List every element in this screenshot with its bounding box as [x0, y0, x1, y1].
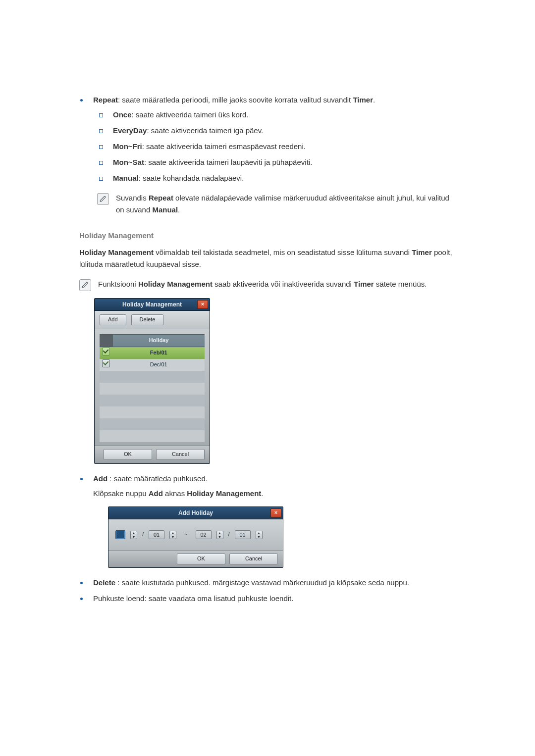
repeat-intro-timer: Timer [353, 96, 373, 104]
repeat-note-text: Suvandis Repeat olevate nädalapäevade va… [116, 192, 456, 216]
from-day-field[interactable]: 01 [149, 530, 164, 539]
delete-bullet-desc: : saate kustutada puhkused. märgistage v… [115, 578, 409, 587]
monsat-label: Mon~Sat [113, 158, 144, 166]
list-bullet: Puhkuste loend: saate vaadata oma lisatu… [79, 593, 456, 605]
add-bullet-desc: : saate määratleda puhkused. [107, 474, 208, 483]
table-row [100, 395, 205, 406]
repeat-sub-once: Once: saate aktiveerida taimeri üks kord… [97, 109, 456, 121]
hm-footer: OK Cancel [95, 445, 210, 463]
dialog-titlebar: Add Holiday × [108, 507, 283, 519]
once-desc: : saate aktiveerida taimeri üks kord. [132, 110, 249, 119]
repeat-intro-1: : saate määratleda perioodi, mille jaoks… [118, 96, 353, 104]
monfri-label: Mon~Fri [113, 142, 142, 151]
everyday-desc: : saate aktiveerida taimeri iga päev. [147, 126, 263, 135]
to-month-field[interactable]: 02 [196, 530, 212, 539]
hm-para-mid: võimaldab teil takistada seadmetel, mis … [154, 248, 412, 256]
add-bullet: Add : saate määratleda puhkused. Klõpsak… [79, 473, 456, 568]
delete-button[interactable]: Delete [131, 314, 164, 325]
hm-note-mid: saab aktiveerida või inaktiveerida suvan… [213, 280, 354, 288]
delete-bullet-label: Delete [93, 578, 115, 587]
checkbox-header[interactable] [100, 335, 113, 347]
add-line2-tail: . [261, 489, 263, 498]
hm-note-tail: sätete menüüs. [374, 280, 427, 288]
dialog-titlebar: Holiday Management × [95, 299, 210, 311]
to-day-stepper[interactable]: ▲▼ [256, 531, 263, 539]
holiday-header: Holiday [113, 335, 205, 347]
table-row [100, 383, 205, 395]
repeat-sub-everyday: EveryDay: saate aktiveerida taimeri iga … [97, 125, 456, 137]
everyday-label: EveryDay [113, 126, 147, 135]
ok-button[interactable]: OK [177, 554, 225, 564]
table-row [100, 430, 205, 442]
holiday-table: Holiday Feb/01 Dec/01 [100, 334, 205, 442]
pencil-icon [79, 279, 91, 291]
repeat-note-b2: Manual [152, 205, 178, 214]
add-line2-pre: Klõpsake nuppu [93, 489, 149, 498]
list-bullet-text: Puhkuste loend: saate vaadata oma lisatu… [93, 593, 456, 605]
close-icon[interactable]: × [197, 300, 208, 309]
repeat-label: Repeat [93, 96, 118, 104]
repeat-sub-monsat: Mon~Sat: saate aktiveerida taimeri laupä… [97, 156, 456, 168]
hm-note-b2: Timer [354, 280, 374, 288]
to-month-stepper[interactable]: ▲▼ [216, 531, 223, 539]
hm-note: Funktsiooni Holiday Management saab akti… [79, 278, 456, 291]
dialog-title: Add Holiday [166, 507, 225, 519]
repeat-note-tail: . [178, 205, 180, 214]
ah-body: ▲▼ / 01 ▲▼ ~ 02 ▲▼ / 01 ▲▼ [108, 519, 283, 550]
repeat-item: Repeat: saate määratleda perioodi, mille… [79, 94, 456, 216]
repeat-sub-monfri: Mon~Fri: saate aktiveerida taimeri esmas… [97, 141, 456, 152]
hm-note-b1: Holiday Management [138, 280, 213, 288]
hm-para-b1: Holiday Management [79, 248, 154, 256]
holiday-management-dialog: Holiday Management × Add Delete Holiday … [94, 298, 210, 464]
add-button[interactable]: Add [100, 314, 126, 325]
cancel-button[interactable]: Cancel [156, 449, 205, 460]
range-tilde: ~ [181, 530, 190, 539]
repeat-intro-tail: . [373, 96, 375, 104]
table-row[interactable]: Dec/01 [100, 359, 205, 371]
delete-bullet: Delete : saate kustutada puhkused. märgi… [79, 577, 456, 589]
hm-heading: Holiday Management [79, 230, 456, 242]
hm-body: Holiday Feb/01 Dec/01 [95, 329, 210, 445]
add-line2-b2: Holiday Management [187, 489, 261, 498]
calendar-icon[interactable] [115, 530, 125, 539]
row-checkbox[interactable] [102, 359, 110, 367]
close-icon[interactable]: × [270, 508, 281, 517]
holiday-cell: Feb/01 [113, 347, 205, 359]
holiday-cell: Dec/01 [113, 359, 205, 371]
add-line2-b1: Add [149, 489, 163, 498]
repeat-note-pre: Suvandis [116, 194, 149, 202]
row-checkbox[interactable] [102, 348, 110, 355]
dialog-title: Holiday Management [110, 299, 194, 310]
add-line2-mid: aknas [163, 489, 187, 498]
from-month-stepper[interactable]: ▲▼ [130, 531, 137, 539]
from-day-stepper[interactable]: ▲▼ [169, 531, 176, 539]
slash: / [142, 530, 144, 539]
hm-para-b2: Timer [412, 248, 432, 256]
repeat-note-b1: Repeat [149, 194, 173, 202]
manual-label: Manual [113, 174, 139, 182]
table-row [100, 418, 205, 430]
hm-note-text: Funktsiooni Holiday Management saab akti… [98, 278, 456, 291]
table-row [100, 406, 205, 418]
monsat-desc: : saate aktiveerida taimeri laupäeviti j… [144, 158, 312, 166]
to-day-field[interactable]: 01 [235, 530, 251, 539]
once-label: Once [113, 110, 132, 119]
ah-footer: OK Cancel [108, 550, 283, 567]
manual-desc: : saate kohandada nädalapäevi. [139, 174, 244, 182]
cancel-button[interactable]: Cancel [229, 554, 278, 564]
ok-button[interactable]: OK [104, 449, 152, 460]
repeat-note: Suvandis Repeat olevate nädalapäevade va… [97, 192, 456, 216]
pencil-icon [97, 193, 109, 205]
table-row[interactable]: Feb/01 [100, 347, 205, 359]
table-header-row: Holiday [100, 335, 205, 347]
add-holiday-dialog: Add Holiday × ▲▼ / 01 ▲▼ ~ 02 ▲▼ / 01 [108, 506, 283, 568]
hm-toolbar: Add Delete [95, 311, 210, 329]
repeat-sub-manual: Manual: saate kohandada nädalapäevi. [97, 172, 456, 184]
add-bullet-label: Add [93, 474, 107, 483]
hm-paragraph: Holiday Management võimaldab teil takist… [79, 247, 456, 270]
hm-note-pre: Funktsiooni [98, 280, 138, 288]
slash: / [228, 530, 230, 539]
table-row [100, 371, 205, 383]
monfri-desc: : saate aktiveerida taimeri esmaspäevast… [142, 142, 306, 151]
